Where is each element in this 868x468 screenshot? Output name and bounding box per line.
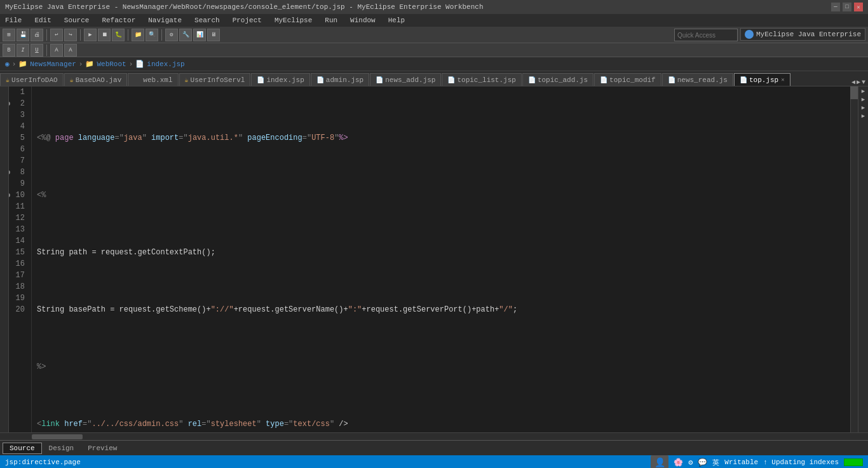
sidebar-btn-3[interactable]: ▶ (862, 104, 865, 111)
status-writable: Writable (724, 458, 758, 466)
tb-btn-10[interactable]: 🔍 (146, 29, 158, 41)
tab-scroll-left[interactable]: ◀ (851, 78, 855, 86)
menu-help[interactable]: Help (386, 16, 407, 25)
right-sidebar: ▶ ▶ ▶ ▶ (858, 86, 868, 432)
menu-project[interactable]: Project (230, 16, 264, 25)
line-num-8: 8 (9, 167, 27, 178)
breadcrumb-sep-1: › (79, 60, 83, 68)
title-text: MyEclipse Java Enterprise - NewsManager/… (5, 3, 484, 11)
status-updating: ↑ Updating indexes (763, 458, 839, 466)
minimize-button[interactable]: ─ (831, 3, 840, 11)
tab-userinfodao[interactable]: ☕ UserInfoDAO (0, 73, 64, 86)
line-num-12: 12 (9, 212, 27, 224)
tab-icon-newsaddjsp: 📄 (376, 76, 383, 84)
tb-btn-8[interactable]: 🐛 (112, 29, 125, 41)
tab-indexjsp[interactable]: 📄 index.jsp (251, 73, 309, 86)
line-num-19: 19 (9, 292, 27, 304)
tab-icon-userinfodao: ☕ (6, 76, 10, 84)
status-icon-2: ⚙ (688, 458, 693, 467)
maximize-button[interactable]: □ (843, 3, 851, 11)
code-editor[interactable]: <%@ page language="java" import="java.ut… (32, 86, 850, 432)
tab-label-userinfodao: UserInfoDAO (11, 76, 58, 84)
tab-icon-topjsp: 📄 (740, 76, 747, 84)
code-area-wrapper: <%@ page language="java" import="java.ut… (32, 86, 850, 432)
editor-scrollbar[interactable] (850, 86, 858, 432)
menu-search[interactable]: Search (192, 16, 222, 25)
tb-btn-1[interactable]: ⊞ (3, 29, 15, 41)
breadcrumb-sep-2: › (129, 60, 133, 68)
tb-btn-4[interactable]: ↩ (50, 29, 63, 41)
tb2-btn-2[interactable]: I (17, 44, 29, 57)
tab-topiclistjsp[interactable]: 📄 topic_list.jsp (442, 73, 521, 86)
tb-btn-5[interactable]: ↪ (64, 29, 77, 41)
tab-scroll-right[interactable]: ▶ (857, 78, 860, 86)
tb-btn-2[interactable]: 💾 (17, 29, 29, 41)
sidebar-btn-4[interactable]: ▶ (862, 113, 865, 120)
code-line-2: <% (37, 189, 845, 201)
status-left: jsp:directive.page (5, 458, 81, 466)
status-language: 英 (712, 458, 719, 467)
bottom-tabs: Source Design Preview (0, 440, 868, 455)
sidebar-btn-1[interactable]: ▶ (862, 88, 865, 95)
tb2-btn-3[interactable]: U (31, 44, 43, 57)
tab-label-userinfservl: UserInfoServl (191, 76, 245, 84)
tab-close-topjsp[interactable]: ✕ (781, 76, 784, 83)
line-num-18: 18 (9, 281, 27, 292)
code-line-3: String path = request.getContextPath(); (37, 247, 845, 258)
status-right: 👤 🌸 ⚙ 💬 英 Writable ↑ Updating indexes (651, 455, 863, 468)
line-dot-10 (9, 193, 10, 197)
tb-btn-7[interactable]: ⏹ (98, 29, 111, 41)
menu-run[interactable]: Run (322, 16, 340, 25)
menu-file[interactable]: File (3, 16, 24, 25)
tab-webxml[interactable]: 🌐 web.xml (128, 73, 178, 86)
tab-icon-topicaddjs: 📄 (528, 76, 536, 84)
tab-topjsp[interactable]: 📄 top.jsp ✕ (734, 73, 790, 86)
code-line-5: %> (37, 361, 845, 373)
menu-source[interactable]: Source (62, 16, 92, 25)
tab-label-newsreadjs: news_read.js (677, 76, 728, 84)
line-num-10: 10 (9, 189, 27, 201)
close-button[interactable]: ✕ (854, 3, 863, 11)
tb-btn-14[interactable]: 🖥 (207, 29, 220, 41)
menu-myeclipse[interactable]: MyEclipse (272, 16, 315, 25)
menu-navigate[interactable]: Navigate (146, 16, 184, 25)
tb-sep-3 (128, 29, 128, 41)
tab-basedao[interactable]: ☕ BaseDAO.jav (64, 73, 128, 86)
tb-btn-6[interactable]: ▶ (84, 29, 97, 41)
breadcrumb-newsmanager[interactable]: NewsManager (30, 60, 76, 68)
breadcrumb-file[interactable]: index.jsp (147, 60, 184, 68)
breadcrumb-webroot[interactable]: WebRoot (97, 60, 126, 68)
horizontal-scrollbar[interactable] (0, 432, 868, 440)
tab-adminjsp[interactable]: 📄 admin.jsp (311, 73, 369, 86)
line-num-7: 7 (9, 155, 27, 167)
line-num-5: 5 (9, 132, 27, 144)
quick-access-input[interactable] (674, 29, 738, 41)
tab-label-topiclistjsp: topic_list.jsp (457, 76, 515, 84)
line-num-1: 1 (9, 86, 27, 98)
tab-topicaddjs[interactable]: 📄 topic_add.js (522, 73, 593, 86)
bottom-tab-preview[interactable]: Preview (81, 443, 124, 454)
tb-btn-12[interactable]: 🔧 (179, 29, 192, 41)
tab-label-adminjsp: admin.jsp (326, 76, 363, 84)
tab-newsreadjs[interactable]: 📄 news_read.js (662, 73, 733, 86)
menu-window[interactable]: Window (348, 16, 378, 25)
tab-menu[interactable]: ▼ (862, 79, 865, 86)
tb-btn-9[interactable]: 📁 (132, 29, 144, 41)
left-margin (0, 86, 9, 432)
tab-newsaddjsp[interactable]: 📄 news_add.jsp (370, 73, 441, 86)
menu-refactor[interactable]: Refactor (99, 16, 138, 25)
tb2-btn-1[interactable]: B (3, 44, 15, 57)
toolbar2: B I U A A (0, 43, 868, 57)
tb-btn-3[interactable]: 🖨 (31, 29, 43, 41)
bottom-tab-source[interactable]: Source (3, 443, 42, 454)
menu-edit[interactable]: Edit (32, 16, 53, 25)
tb-btn-11[interactable]: ⚙ (165, 29, 178, 41)
tb2-btn-4[interactable]: A (50, 44, 63, 57)
sidebar-btn-2[interactable]: ▶ (862, 96, 865, 103)
bottom-tab-design[interactable]: Design (42, 443, 81, 454)
tb-btn-13[interactable]: 📊 (193, 29, 206, 41)
tb2-btn-5[interactable]: A (64, 44, 77, 57)
tab-topicmodif[interactable]: 📄 topic_modif (594, 73, 661, 86)
tab-userinfservl[interactable]: ☕ UserInfoServl (179, 73, 251, 86)
line-num-15: 15 (9, 247, 27, 258)
